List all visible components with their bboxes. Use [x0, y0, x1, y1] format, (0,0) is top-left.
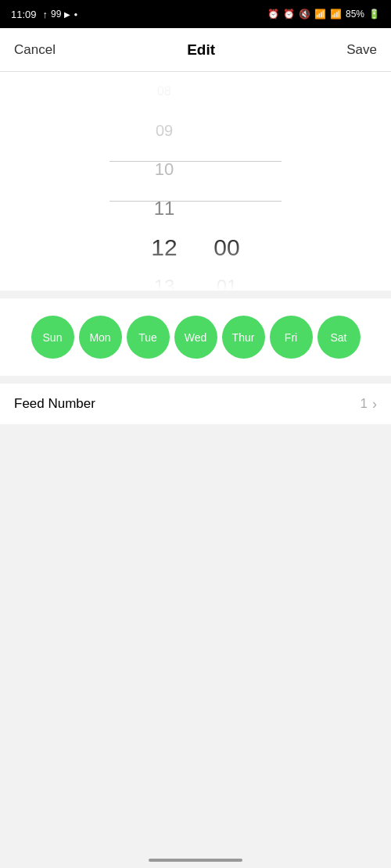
feed-number-section[interactable]: Feed Number 1 › [0, 384, 391, 424]
cancel-button[interactable]: Cancel [14, 42, 56, 58]
feed-number-right: 1 › [361, 396, 377, 413]
hour-item: 10 [133, 150, 196, 189]
min-item [196, 72, 258, 111]
day-button-fri[interactable]: Fri [270, 316, 313, 359]
status-icons: ⏰ ⏰ 🔇 📶 📶 85% 🔋 [267, 9, 380, 20]
day-selector-section: Sun Mon Tue Wed Thur Fri Sat [0, 298, 391, 376]
hour-item: 13 [133, 267, 196, 291]
bottom-bar [149, 859, 242, 862]
min-item [196, 189, 258, 228]
min-item: 01 [196, 267, 258, 291]
hour-selected: 12 [133, 228, 196, 267]
min-item [196, 150, 258, 189]
min-selected: 00 [196, 228, 258, 267]
day-button-sun[interactable]: Sun [31, 316, 74, 359]
alarm-icon: ⏰ [267, 9, 279, 20]
page-title: Edit [187, 41, 215, 59]
day-buttons: Sun Mon Tue Wed Thur Fri Sat [31, 316, 361, 359]
hour-item: 09 [133, 111, 196, 150]
time-picker-section: 08 09 10 11 12 13 14 15 16 00 01 02 03 [0, 72, 391, 291]
status-time: 11:09 ↑ 99 ▶ ● [11, 9, 77, 20]
alarm2-icon: ⏰ [283, 9, 295, 20]
day-button-thur[interactable]: Thur [222, 316, 265, 359]
hour-item: 11 [133, 189, 196, 228]
time-picker[interactable]: 08 09 10 11 12 13 14 15 16 00 01 02 03 [0, 72, 391, 291]
chevron-right-icon: › [372, 396, 377, 413]
signal-icon: 📶 [330, 9, 342, 20]
hours-column[interactable]: 08 09 10 11 12 13 14 15 16 [133, 72, 196, 291]
save-button[interactable]: Save [346, 42, 377, 58]
min-item [196, 111, 258, 150]
day-button-sat[interactable]: Sat [317, 316, 361, 359]
battery-text: 85% [346, 9, 364, 20]
battery-icon: 🔋 [368, 9, 380, 20]
day-button-wed[interactable]: Wed [174, 316, 217, 359]
status-bar: 11:09 ↑ 99 ▶ ● ⏰ ⏰ 🔇 📶 📶 85% 🔋 [0, 0, 391, 28]
feed-number-label: Feed Number [14, 396, 95, 412]
wifi-icon: 📶 [314, 9, 326, 20]
mute-icon: 🔇 [299, 9, 310, 20]
feed-number-value: 1 [361, 396, 368, 412]
day-button-mon[interactable]: Mon [79, 316, 122, 359]
minutes-column[interactable]: 00 01 02 03 04 [196, 72, 258, 291]
top-nav: Cancel Edit Save [0, 28, 391, 72]
hour-item: 08 [133, 72, 196, 111]
day-button-tue[interactable]: Tue [127, 316, 170, 359]
